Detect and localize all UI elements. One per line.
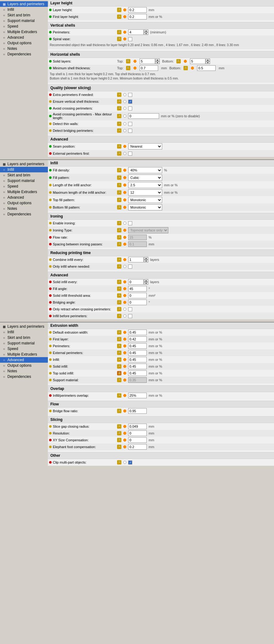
perimeters-input[interactable] (128, 29, 144, 35)
infill-width-radio[interactable] (123, 358, 126, 361)
slice-gap-input[interactable] (128, 424, 147, 429)
sidebar-item-layers-perimeters-3[interactable]: ▦ Layers and perimeters (0, 324, 48, 329)
bridge-flow-lock[interactable]: 🔒 (117, 409, 121, 413)
infill-width-input[interactable] (128, 357, 147, 362)
fill-pattern-lock[interactable]: 🔒 (117, 175, 121, 180)
perimeters-radio[interactable] (123, 31, 126, 34)
sidebar-item-advanced-3[interactable]: ○ Advanced (0, 357, 48, 363)
max-infill-anchor-select[interactable]: 12 (128, 189, 162, 196)
perimeters-width-lock[interactable]: 🔒 (117, 344, 121, 348)
xy-size-input[interactable] (128, 437, 147, 443)
ironing-type-lock[interactable]: 🔒 (117, 228, 121, 232)
solid-infill-width-lock[interactable]: 🔒 (117, 364, 121, 369)
fill-angle-radio[interactable] (123, 287, 126, 290)
bottom-fill-pattern-radio[interactable] (123, 206, 126, 209)
external-perimeters-width-radio[interactable] (123, 351, 126, 354)
elephant-foot-input[interactable] (128, 444, 147, 450)
solid-infill-width-input[interactable] (128, 364, 147, 369)
seam-position-select[interactable]: Nearest Aligned Rear Random (128, 143, 162, 149)
detect-thin-radio[interactable] (123, 122, 126, 125)
spacing-passes-lock[interactable]: 🔒 (117, 242, 121, 246)
sidebar-item-infill-3[interactable]: ○ Infill (0, 329, 48, 335)
elephant-foot-lock[interactable]: 🔒 (117, 445, 121, 449)
bridging-angle-input[interactable] (128, 300, 147, 305)
sidebar-item-advanced-2[interactable]: ○ Advanced (0, 195, 48, 200)
detect-bridging-lock[interactable]: 🔒 (117, 128, 121, 133)
bridge-flow-input[interactable] (128, 408, 147, 414)
seam-position-radio[interactable] (123, 145, 126, 148)
bottom-fill-pattern-select[interactable]: Monotonic Rectilinear (128, 204, 162, 210)
infill-anchor-lock[interactable]: 🔒 (117, 183, 121, 187)
min-shell-top-radio[interactable] (133, 67, 137, 70)
fill-density-select[interactable]: 40% 0% 15% 20% (128, 167, 162, 173)
spacing-passes-radio[interactable] (123, 243, 126, 246)
min-shell-bottom-radio[interactable] (191, 67, 194, 70)
combine-infill-up[interactable]: ▲ (144, 257, 148, 260)
flow-rate-input[interactable] (128, 235, 147, 240)
max-infill-anchor-radio[interactable] (123, 191, 126, 194)
detect-bridging-checkbox[interactable] (128, 129, 132, 133)
enable-ironing-radio[interactable] (123, 222, 126, 225)
sidebar-item-output-2[interactable]: ○ Output options (0, 200, 48, 206)
sidebar-item-multiple-extruders-3[interactable]: ○ Multiple Extruders (0, 352, 48, 357)
solid-layers-bottom-lock[interactable]: 🔒 (176, 59, 181, 63)
spiral-vase-checkbox[interactable] (128, 37, 132, 41)
sidebar-item-notes-3[interactable]: ○ Notes (0, 368, 48, 374)
fill-density-lock[interactable]: 🔒 (117, 168, 121, 172)
sidebar-item-infill-2[interactable]: ○ Infill (0, 167, 48, 172)
resolution-radio[interactable] (123, 432, 126, 435)
combine-infill-down[interactable]: ▼ (144, 260, 148, 262)
only-retract-lock[interactable]: 🔒 (117, 307, 121, 311)
bridging-angle-radio[interactable] (123, 301, 126, 304)
solid-layers-top-down[interactable]: ▼ (155, 61, 160, 64)
sidebar-item-multiple-extruders-1[interactable]: ○ Multiple Extruders (0, 29, 48, 35)
layer-height-input[interactable]: 0.2 (128, 7, 147, 13)
sidebar-item-output-3[interactable]: ○ Output options (0, 363, 48, 368)
sidebar-item-speed-3[interactable]: ○ Speed (0, 346, 48, 352)
ensure-vertical-radio[interactable] (123, 100, 126, 103)
enable-ironing-checkbox[interactable] (128, 221, 132, 225)
min-shell-top-lock[interactable]: 🔒 (126, 66, 130, 70)
perimeters-up[interactable]: ▲ (144, 29, 148, 32)
infill-before-perimeters-lock[interactable]: 🔒 (117, 314, 121, 318)
fill-density-radio[interactable] (123, 169, 126, 172)
perimeters-spinner[interactable]: ▲ ▼ (128, 29, 148, 35)
support-material-width-radio[interactable] (123, 378, 126, 382)
top-solid-infill-width-input[interactable] (128, 370, 147, 376)
infill-anchor-select[interactable]: 2.5 (128, 182, 162, 188)
spiral-vase-radio[interactable] (123, 37, 126, 41)
sidebar-item-advanced-1[interactable]: ○ Advanced (0, 35, 48, 40)
clip-multi-part-checkbox[interactable] (128, 460, 132, 465)
sidebar-item-dependencies-1[interactable]: ○ Dependencies (0, 51, 48, 57)
solid-infill-every-lock[interactable]: 🔒 (117, 280, 121, 284)
clip-multi-part-lock[interactable]: 🔒 (117, 460, 121, 465)
support-material-width-lock[interactable]: 🔒 (117, 378, 121, 382)
only-infill-needed-radio[interactable] (123, 265, 126, 268)
elephant-foot-radio[interactable] (123, 445, 126, 448)
top-solid-infill-width-lock[interactable]: 🔒 (117, 371, 121, 375)
solid-infill-threshold-input[interactable] (128, 293, 147, 298)
solid-infill-width-radio[interactable] (123, 365, 126, 368)
infill-before-perimeters-radio[interactable] (123, 314, 126, 318)
fill-angle-lock[interactable]: 🔒 (117, 287, 121, 291)
external-first-radio[interactable] (123, 152, 126, 155)
avoid-crossing-max-radio[interactable] (123, 115, 126, 118)
sidebar-item-layers-perimeters-1[interactable]: ▦ Layers and perimeters (0, 1, 48, 7)
sidebar-item-output-1[interactable]: ○ Output options (0, 40, 48, 46)
solid-layers-top-radio[interactable] (133, 60, 137, 63)
clip-multi-part-radio[interactable] (123, 461, 126, 464)
solid-infill-every-up[interactable]: ▲ (144, 279, 148, 282)
sidebar-item-notes-1[interactable]: ○ Notes (0, 46, 48, 51)
resolution-input[interactable] (128, 430, 147, 436)
sidebar-item-skirt-2[interactable]: ○ Skirt and brim (0, 172, 48, 178)
perimeters-width-radio[interactable] (123, 344, 126, 348)
infill-before-perimeters-checkbox[interactable] (128, 314, 132, 318)
enable-ironing-lock[interactable]: 🔒 (117, 221, 121, 225)
sidebar-item-multiple-extruders-2[interactable]: ○ Multiple Extruders (0, 189, 48, 195)
solid-infill-threshold-radio[interactable] (123, 294, 126, 297)
first-layer-width-lock[interactable]: 🔒 (117, 337, 121, 341)
solid-infill-every-input[interactable] (128, 279, 144, 285)
default-width-lock[interactable]: 🔒 (117, 330, 121, 335)
detect-thin-checkbox[interactable] (128, 122, 132, 126)
external-first-checkbox[interactable] (128, 152, 132, 156)
